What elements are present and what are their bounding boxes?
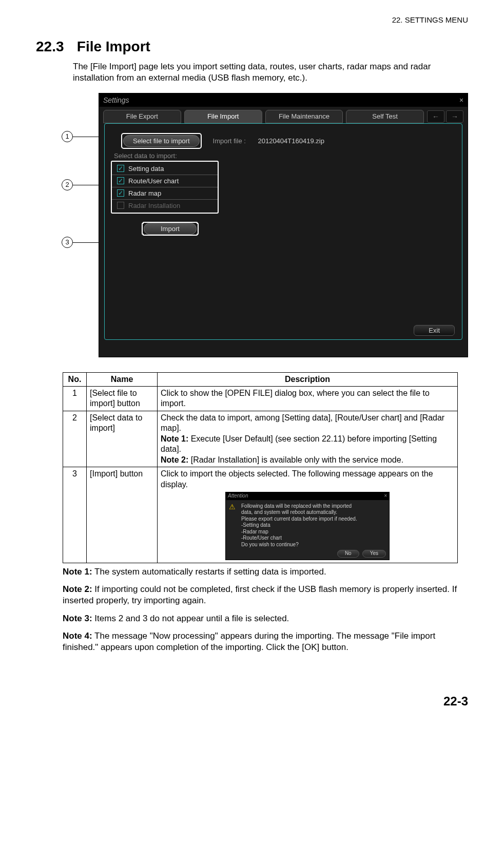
arrow-right-icon: →	[451, 112, 458, 121]
select-data-label: Select data to import:	[111, 151, 219, 161]
cell-desc-1: Click to show the [OPEN FILE] dialog box…	[158, 386, 458, 411]
import-button[interactable]: Import	[144, 223, 197, 235]
select-data-group: ✓ Setting data ✓ Route/User chart ✓ Rada…	[111, 161, 219, 214]
import-file-label: Import file :	[213, 137, 246, 145]
select-file-button[interactable]: Select file to import	[123, 135, 200, 147]
tab-self-test[interactable]: Self Test	[346, 110, 424, 123]
table-row: 1 [Select file to import] button Click t…	[63, 386, 458, 411]
tab-prev-button[interactable]: ←	[427, 110, 444, 123]
cell-name-3: [Import] button	[87, 467, 158, 563]
close-icon[interactable]: ×	[459, 96, 463, 104]
table-row: 2 [Select data to import] Check the data…	[63, 411, 458, 467]
settings-window: Settings × File Export File Import File …	[99, 93, 468, 357]
cell-no-1: 1	[63, 386, 87, 411]
label-radar-installation: Radar Installation	[128, 202, 180, 209]
th-no: No.	[63, 372, 87, 386]
checkbox-radar-installation	[117, 202, 124, 209]
attention-dialog: Attention × ⚠ Following data will be rep…	[225, 492, 390, 560]
intro-paragraph: The [File Import] page lets you import s…	[73, 61, 468, 84]
callout-2: 2	[62, 179, 73, 190]
tab-file-maintenance[interactable]: File Maintenance	[265, 110, 343, 123]
section-title-text: File Import	[77, 39, 150, 54]
callout-1: 1	[62, 131, 73, 142]
page-number: 22-3	[36, 694, 468, 709]
warning-icon: ⚠	[229, 503, 238, 511]
checkbox-route-user-chart[interactable]: ✓	[117, 177, 124, 184]
tab-next-button[interactable]: →	[446, 110, 463, 123]
dialog-close-icon[interactable]: ×	[384, 493, 387, 500]
notes-block: Note 1: The system automatically restart…	[63, 566, 468, 653]
dialog-yes-button[interactable]: Yes	[362, 550, 386, 558]
cell-name-2: [Select data to import]	[87, 411, 158, 467]
dialog-text: Following data will be replaced with the…	[241, 503, 357, 548]
screenshot-figure: 1 2 3 Settings × File Export File Import…	[62, 93, 468, 365]
section-number: 22.3	[36, 39, 73, 55]
tab-file-import[interactable]: File Import	[184, 110, 262, 123]
description-table: No. Name Description 1 [Select file to i…	[63, 372, 458, 564]
cell-desc-2: Check the data to import, among [Setting…	[158, 411, 458, 467]
window-titlebar: Settings ×	[99, 93, 468, 107]
callout-3: 3	[62, 237, 73, 248]
exit-button[interactable]: Exit	[414, 325, 455, 336]
checkbox-setting-data[interactable]: ✓	[117, 165, 124, 172]
label-setting-data: Setting data	[128, 165, 164, 173]
label-radar-map: Radar map	[128, 189, 161, 197]
th-desc: Description	[158, 372, 458, 386]
cell-name-1: [Select file to import] button	[87, 386, 158, 411]
dialog-no-button[interactable]: No	[337, 550, 359, 558]
arrow-left-icon: ←	[432, 112, 439, 121]
window-title: Settings	[103, 96, 129, 104]
label-route-user-chart: Route/User chart	[128, 177, 179, 185]
cell-desc-3: Click to import the objects selected. Th…	[158, 467, 458, 563]
tab-file-export[interactable]: File Export	[103, 110, 181, 123]
import-file-name: 20120404T160419.zip	[258, 137, 324, 145]
chapter-header: 22. SETTINGS MENU	[36, 15, 468, 24]
cell-no-3: 3	[63, 467, 87, 563]
cell-no-2: 2	[63, 411, 87, 467]
panel: Select file to import Import file : 2012…	[104, 123, 462, 340]
section-title: 22.3 File Import	[36, 39, 468, 55]
checkbox-radar-map[interactable]: ✓	[117, 189, 124, 197]
table-row: 3 [Import] button Click to import the ob…	[63, 467, 458, 563]
th-name: Name	[87, 372, 158, 386]
dialog-title: Attention	[228, 493, 248, 500]
